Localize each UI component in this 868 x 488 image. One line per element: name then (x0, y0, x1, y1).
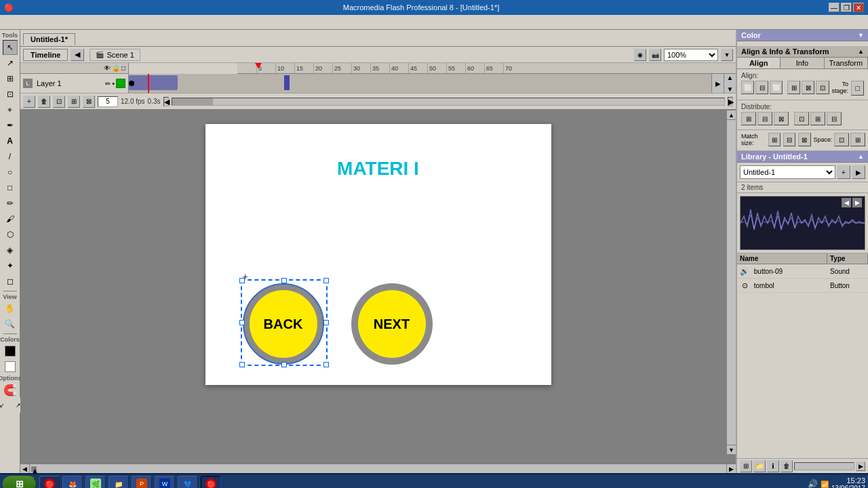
playback-btn1[interactable]: ⊡ (53, 96, 65, 108)
taskbar-app-firefox[interactable]: 🦊 (62, 476, 83, 488)
pencil-tool[interactable]: ✏ (3, 196, 18, 211)
eyedropper-tool[interactable]: ✦ (3, 258, 18, 273)
taskbar-app-ppt[interactable]: P (132, 476, 152, 488)
vscroll-up[interactable]: ▲ (727, 110, 736, 120)
hscroll-right[interactable]: ▶ (726, 464, 736, 474)
timeline-scrollbar[interactable] (172, 98, 726, 106)
lib-row-tombol[interactable]: ⊙ tombol Button (737, 279, 868, 293)
add-layer-btn[interactable]: + (23, 96, 35, 108)
layers-scroll-down[interactable]: ▼ (727, 85, 734, 93)
timeline-icon2[interactable]: 📷 (649, 49, 661, 61)
taskbar-app-word[interactable]: W (155, 476, 175, 488)
lib-col-name[interactable]: Name (737, 253, 827, 264)
space-h-btn[interactable]: ⊡ (834, 133, 849, 146)
close-button[interactable]: ✕ (853, 3, 864, 12)
align-tab-align[interactable]: Align (737, 58, 781, 68)
rectangle-tool[interactable]: □ (3, 180, 18, 195)
handle-tm[interactable] (281, 278, 287, 283)
align-panel-header[interactable]: Align & Info & Transform ▲ (737, 46, 868, 58)
scroll-left-btn[interactable]: ◀ (163, 97, 169, 106)
align-right-btn[interactable]: ⬜ (770, 81, 783, 94)
match-width-btn[interactable]: ⊞ (768, 133, 781, 146)
vscroll-down[interactable]: ▼ (727, 445, 736, 454)
minimize-button[interactable]: — (829, 3, 840, 12)
playback-btn3[interactable]: ⊠ (83, 96, 95, 108)
space-v-btn[interactable]: ⊞ (850, 133, 865, 146)
free-transform-tool[interactable]: ⊞ (3, 71, 18, 86)
scroll-right-btn[interactable]: ▶ (728, 97, 733, 106)
handle-tr[interactable] (323, 278, 329, 283)
lib-new-symbol-btn[interactable]: ⊞ (740, 460, 752, 472)
ink-bottle-tool[interactable]: ⬡ (3, 227, 18, 242)
library-options-btn[interactable]: ▶ (852, 165, 865, 179)
zoom-dropdown-btn[interactable]: ▼ (721, 49, 733, 61)
to-stage-btn[interactable]: □ (851, 81, 864, 96)
layers-scroll-up[interactable]: ▲ (727, 74, 734, 81)
stroke-color-btn[interactable] (3, 344, 18, 359)
arrow-tool[interactable]: ↖ (3, 40, 18, 55)
line-tool[interactable]: / (3, 149, 18, 164)
hscroll-thumb-btn[interactable]: ▲ (31, 466, 37, 472)
handle-tl[interactable] (239, 278, 245, 283)
brush-tool[interactable]: 🖌 (3, 211, 18, 226)
dist-center-v-btn[interactable]: ⊞ (810, 112, 825, 125)
timeline-tab[interactable]: Timeline (23, 49, 68, 61)
taskbar-app-skype[interactable]: 💙 (178, 476, 198, 488)
volume-icon[interactable]: 🔊 (808, 479, 818, 488)
pen-tool[interactable]: ✒ (3, 118, 18, 133)
frames-scroll-right[interactable]: ▶ (711, 74, 724, 93)
color-panel-header[interactable]: Color ▼ (737, 30, 868, 41)
align-top-btn[interactable]: ⊞ (787, 81, 800, 94)
fill-color-btn[interactable] (3, 359, 18, 374)
layer-dot-btn[interactable]: • (112, 80, 115, 87)
snap-magnet-btn[interactable]: 🧲 (3, 382, 18, 397)
lib-col-type[interactable]: Type (827, 253, 868, 264)
dist-top-btn[interactable]: ⊡ (794, 112, 809, 125)
timeline-back-btn[interactable]: ◀ (71, 49, 84, 61)
lib-new-folder-btn[interactable]: 📁 (753, 460, 766, 472)
network-icon[interactable]: 📶 (821, 481, 829, 488)
lib-scroll-right-btn[interactable]: ▶ (856, 462, 865, 471)
timeline-icon1[interactable]: ◉ (634, 49, 646, 61)
fill-transform-tool[interactable]: ⊡ (3, 87, 18, 102)
align-bottom-btn[interactable]: ⊡ (816, 81, 829, 94)
align-tab-transform[interactable]: Transform (825, 58, 868, 68)
dist-bottom-btn[interactable]: ⊟ (827, 112, 842, 125)
handle-bl[interactable] (239, 362, 245, 367)
align-center-h-btn[interactable]: ⊟ (755, 81, 768, 94)
next-button[interactable]: NEXT (351, 283, 433, 365)
paint-bucket-tool[interactable]: ◈ (3, 243, 18, 258)
eraser-tool[interactable]: ◻ (3, 274, 18, 289)
zoom-select[interactable]: 25%50%75%100%200%400% (664, 49, 718, 61)
lib-row-button09[interactable]: 🔊 button-09 Sound (737, 264, 868, 279)
subselect-tool[interactable]: ↗ (3, 56, 18, 70)
doc-tab-untitled[interactable]: Untitled-1* (23, 33, 75, 45)
playback-btn2[interactable]: ⊞ (68, 96, 80, 108)
layer-pencil-btn[interactable]: ✏ (105, 80, 111, 87)
library-select[interactable]: Untitled-1 (740, 165, 835, 179)
align-left-btn[interactable]: ⬜ (741, 81, 754, 94)
show-hide-icon[interactable]: 👁 (104, 64, 111, 72)
frame-input[interactable]: 5 (98, 96, 118, 107)
preview-back-btn[interactable]: ◀ (842, 198, 851, 207)
timeline-frames[interactable]: ▶ (129, 74, 724, 93)
taskbar-app-explorer[interactable]: 📁 (108, 476, 129, 488)
dist-center-h-btn[interactable]: ⊟ (757, 112, 772, 125)
dist-left-btn[interactable]: ⊞ (741, 112, 756, 125)
start-button[interactable]: ⊞ (3, 476, 37, 488)
hand-tool[interactable]: ✋ (3, 301, 18, 316)
oval-tool[interactable]: ○ (3, 165, 18, 180)
taskbar-app-flash[interactable]: 🔴 (39, 476, 60, 488)
align-tab-info[interactable]: Info (781, 58, 824, 68)
library-panel-header[interactable]: Library - Untitled-1 ▲ (737, 151, 868, 163)
hscroll-left[interactable]: ◀ (20, 464, 30, 474)
library-new-btn[interactable]: + (837, 165, 850, 179)
lib-hscroll[interactable] (794, 462, 854, 470)
handle-mr[interactable] (323, 320, 329, 325)
handle-br[interactable] (323, 362, 329, 367)
taskbar-app-flash2[interactable]: 🔴 (201, 476, 221, 488)
lib-properties-btn[interactable]: ℹ (767, 460, 779, 472)
preview-fwd-btn[interactable]: ▶ (852, 198, 862, 207)
match-both-btn[interactable]: ⊠ (798, 133, 810, 146)
maximize-button[interactable]: ❐ (841, 3, 852, 12)
